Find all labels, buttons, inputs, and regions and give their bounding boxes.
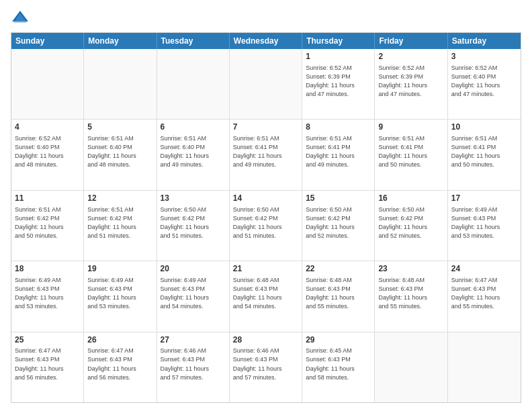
day-info: Sunrise: 6:47 AM Sunset: 6:43 PM Dayligh… — [87, 347, 152, 381]
weekday-header: Monday — [84, 33, 157, 49]
day-number: 28 — [233, 334, 298, 346]
calendar-cell — [84, 49, 157, 119]
day-info: Sunrise: 6:49 AM Sunset: 6:43 PM Dayligh… — [15, 276, 80, 311]
calendar-cell: 5Sunrise: 6:51 AM Sunset: 6:40 PM Daylig… — [84, 120, 157, 189]
day-number: 4 — [15, 122, 80, 133]
day-info: Sunrise: 6:48 AM Sunset: 6:43 PM Dayligh… — [233, 276, 298, 311]
weekday-header: Wednesday — [230, 33, 302, 49]
day-number: 6 — [161, 122, 226, 133]
calendar-cell: 12Sunrise: 6:51 AM Sunset: 6:42 PM Dayli… — [84, 191, 157, 261]
calendar-cell — [375, 332, 447, 402]
day-number: 16 — [378, 193, 443, 204]
calendar-cell: 1Sunrise: 6:52 AM Sunset: 6:39 PM Daylig… — [302, 49, 375, 119]
calendar-body: 1Sunrise: 6:52 AM Sunset: 6:39 PM Daylig… — [11, 49, 521, 402]
calendar-cell: 21Sunrise: 6:48 AM Sunset: 6:43 PM Dayli… — [230, 261, 302, 331]
calendar-cell: 16Sunrise: 6:50 AM Sunset: 6:42 PM Dayli… — [375, 191, 447, 261]
day-number: 29 — [306, 334, 371, 346]
day-number: 17 — [451, 193, 517, 204]
day-number: 12 — [87, 193, 152, 204]
calendar-cell: 8Sunrise: 6:51 AM Sunset: 6:41 PM Daylig… — [302, 120, 375, 189]
calendar-cell: 4Sunrise: 6:52 AM Sunset: 6:40 PM Daylig… — [11, 120, 84, 189]
day-number: 22 — [306, 263, 371, 275]
day-info: Sunrise: 6:52 AM Sunset: 6:40 PM Dayligh… — [15, 134, 80, 169]
calendar-cell: 23Sunrise: 6:48 AM Sunset: 6:43 PM Dayli… — [375, 261, 447, 331]
calendar-row: 25Sunrise: 6:47 AM Sunset: 6:43 PM Dayli… — [11, 332, 521, 402]
calendar-cell: 2Sunrise: 6:52 AM Sunset: 6:39 PM Daylig… — [375, 49, 447, 119]
day-number: 18 — [15, 263, 80, 275]
calendar-cell — [230, 49, 302, 119]
day-info: Sunrise: 6:48 AM Sunset: 6:43 PM Dayligh… — [378, 276, 443, 311]
day-info: Sunrise: 6:51 AM Sunset: 6:41 PM Dayligh… — [451, 134, 517, 169]
day-number: 3 — [451, 51, 517, 62]
day-info: Sunrise: 6:52 AM Sunset: 6:40 PM Dayligh… — [451, 64, 517, 99]
calendar-cell — [448, 332, 521, 402]
calendar-cell: 24Sunrise: 6:47 AM Sunset: 6:43 PM Dayli… — [448, 261, 521, 331]
day-number: 1 — [306, 51, 371, 62]
day-number: 15 — [306, 193, 371, 204]
calendar-cell: 15Sunrise: 6:50 AM Sunset: 6:42 PM Dayli… — [302, 191, 375, 261]
calendar-row: 1Sunrise: 6:52 AM Sunset: 6:39 PM Daylig… — [11, 49, 521, 119]
calendar-cell — [11, 49, 84, 119]
calendar-cell: 18Sunrise: 6:49 AM Sunset: 6:43 PM Dayli… — [11, 261, 84, 331]
day-number: 9 — [378, 122, 443, 133]
calendar-cell: 3Sunrise: 6:52 AM Sunset: 6:40 PM Daylig… — [448, 49, 521, 119]
day-info: Sunrise: 6:47 AM Sunset: 6:43 PM Dayligh… — [451, 276, 517, 311]
day-number: 21 — [233, 263, 298, 275]
day-number: 10 — [451, 122, 517, 133]
calendar-cell: 7Sunrise: 6:51 AM Sunset: 6:41 PM Daylig… — [230, 120, 302, 189]
day-number: 26 — [87, 334, 152, 346]
day-info: Sunrise: 6:46 AM Sunset: 6:43 PM Dayligh… — [161, 347, 226, 381]
day-info: Sunrise: 6:49 AM Sunset: 6:43 PM Dayligh… — [87, 276, 152, 311]
calendar: SundayMondayTuesdayWednesdayThursdayFrid… — [11, 32, 521, 403]
calendar-cell: 25Sunrise: 6:47 AM Sunset: 6:43 PM Dayli… — [11, 332, 84, 402]
calendar-cell: 9Sunrise: 6:51 AM Sunset: 6:41 PM Daylig… — [375, 120, 447, 189]
calendar-cell: 29Sunrise: 6:45 AM Sunset: 6:43 PM Dayli… — [302, 332, 375, 402]
day-info: Sunrise: 6:51 AM Sunset: 6:41 PM Dayligh… — [378, 134, 443, 169]
calendar-cell: 19Sunrise: 6:49 AM Sunset: 6:43 PM Dayli… — [84, 261, 157, 331]
calendar-cell: 27Sunrise: 6:46 AM Sunset: 6:43 PM Dayli… — [157, 332, 230, 402]
day-number: 25 — [15, 334, 80, 346]
header — [11, 8, 521, 27]
day-number: 24 — [451, 263, 517, 275]
calendar-cell: 14Sunrise: 6:50 AM Sunset: 6:42 PM Dayli… — [230, 191, 302, 261]
day-number: 7 — [233, 122, 298, 133]
day-number: 23 — [378, 263, 443, 275]
calendar-cell: 10Sunrise: 6:51 AM Sunset: 6:41 PM Dayli… — [448, 120, 521, 189]
day-info: Sunrise: 6:52 AM Sunset: 6:39 PM Dayligh… — [306, 64, 371, 99]
calendar-cell: 6Sunrise: 6:51 AM Sunset: 6:40 PM Daylig… — [157, 120, 230, 189]
weekday-header: Saturday — [448, 33, 521, 49]
day-info: Sunrise: 6:50 AM Sunset: 6:42 PM Dayligh… — [161, 205, 226, 240]
calendar-cell: 17Sunrise: 6:49 AM Sunset: 6:43 PM Dayli… — [448, 191, 521, 261]
calendar-row: 11Sunrise: 6:51 AM Sunset: 6:42 PM Dayli… — [11, 190, 521, 261]
calendar-row: 18Sunrise: 6:49 AM Sunset: 6:43 PM Dayli… — [11, 261, 521, 331]
weekday-header: Sunday — [11, 33, 84, 49]
day-info: Sunrise: 6:51 AM Sunset: 6:41 PM Dayligh… — [233, 134, 298, 169]
day-info: Sunrise: 6:45 AM Sunset: 6:43 PM Dayligh… — [306, 347, 371, 381]
day-info: Sunrise: 6:48 AM Sunset: 6:43 PM Dayligh… — [306, 276, 371, 311]
day-number: 14 — [233, 193, 298, 204]
day-info: Sunrise: 6:51 AM Sunset: 6:42 PM Dayligh… — [15, 205, 80, 240]
day-info: Sunrise: 6:52 AM Sunset: 6:39 PM Dayligh… — [378, 64, 443, 99]
day-info: Sunrise: 6:51 AM Sunset: 6:41 PM Dayligh… — [306, 134, 371, 169]
day-info: Sunrise: 6:50 AM Sunset: 6:42 PM Dayligh… — [233, 205, 298, 240]
day-info: Sunrise: 6:51 AM Sunset: 6:40 PM Dayligh… — [161, 134, 226, 169]
calendar-cell: 26Sunrise: 6:47 AM Sunset: 6:43 PM Dayli… — [84, 332, 157, 402]
calendar-cell: 22Sunrise: 6:48 AM Sunset: 6:43 PM Dayli… — [302, 261, 375, 331]
calendar-cell: 13Sunrise: 6:50 AM Sunset: 6:42 PM Dayli… — [157, 191, 230, 261]
day-number: 20 — [161, 263, 226, 275]
day-number: 8 — [306, 122, 371, 133]
logo-icon — [11, 8, 30, 27]
calendar-row: 4Sunrise: 6:52 AM Sunset: 6:40 PM Daylig… — [11, 119, 521, 189]
day-info: Sunrise: 6:46 AM Sunset: 6:43 PM Dayligh… — [233, 347, 298, 381]
weekday-header: Thursday — [302, 33, 375, 49]
calendar-header: SundayMondayTuesdayWednesdayThursdayFrid… — [11, 33, 521, 49]
day-number: 19 — [87, 263, 152, 275]
weekday-header: Friday — [375, 33, 447, 49]
day-info: Sunrise: 6:50 AM Sunset: 6:42 PM Dayligh… — [306, 205, 371, 240]
weekday-header: Tuesday — [157, 33, 230, 49]
day-info: Sunrise: 6:49 AM Sunset: 6:43 PM Dayligh… — [451, 205, 517, 240]
day-info: Sunrise: 6:50 AM Sunset: 6:42 PM Dayligh… — [378, 205, 443, 240]
calendar-cell: 11Sunrise: 6:51 AM Sunset: 6:42 PM Dayli… — [11, 191, 84, 261]
page: SundayMondayTuesdayWednesdayThursdayFrid… — [0, 0, 532, 411]
day-number: 2 — [378, 51, 443, 62]
